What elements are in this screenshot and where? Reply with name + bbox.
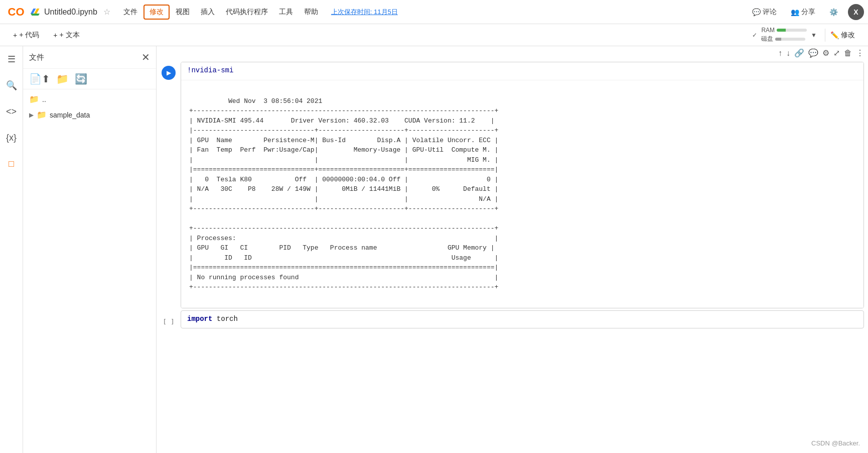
menu-view[interactable]: 视图 xyxy=(171,6,195,19)
cell-run-area: ▶ xyxy=(157,62,181,308)
sidebar-icon-variables[interactable]: {x} xyxy=(3,129,21,147)
edit-right-label: 修改 xyxy=(841,31,855,40)
refresh-icon[interactable]: 🔄 xyxy=(75,73,87,85)
add-text-button[interactable]: + + 文本 xyxy=(48,29,84,42)
file-panel: 文件 ✕ 📄⬆ 📁 🔄 📁 .. ▶ 📁 sample_data xyxy=(23,46,157,453)
ram-bar xyxy=(777,29,807,32)
file-panel-close-button[interactable]: ✕ xyxy=(141,51,150,63)
sidebar-icon-code[interactable]: <> xyxy=(3,102,21,121)
plus-code-icon: + xyxy=(13,31,17,39)
colab-logo[interactable]: CO xyxy=(4,0,28,24)
pencil-icon: ✏️ xyxy=(830,31,839,39)
topbar-right: 💬 评论 👥 分享 ⚙️ X xyxy=(748,4,864,20)
import-keyword: import xyxy=(187,315,212,323)
parent-dir-item[interactable]: 📁 .. xyxy=(23,91,156,107)
ram-label: RAM xyxy=(761,27,775,34)
move-down-icon[interactable]: ↓ xyxy=(786,49,790,58)
cell-2-index: [ ] xyxy=(162,314,176,328)
topbar: CO Untitled0.ipynb ☆ 文件 修改 视图 插入 代码执行程序 … xyxy=(0,0,868,24)
cell-toolbar-top: ↑ ↓ 🔗 💬 ⚙ ⤢ 🗑 ⋮ xyxy=(157,46,868,60)
save-status[interactable]: 上次保存时间: 11月5日 xyxy=(331,8,398,17)
menu-runtime[interactable]: 代码执行程序 xyxy=(221,6,273,19)
drive-icon xyxy=(30,7,40,17)
star-icon[interactable]: ☆ xyxy=(103,7,110,17)
cell-1-output: Wed Nov 3 08:56:04 2021 +---------------… xyxy=(181,80,863,308)
sample-data-label: sample_data xyxy=(50,111,90,119)
settings-cell-icon[interactable]: ⚙ xyxy=(822,48,829,58)
expand-icon[interactable]: ⤢ xyxy=(833,48,840,58)
folder-icon: 📁 xyxy=(37,110,47,120)
menu-file[interactable]: 文件 xyxy=(118,6,142,19)
ram-bar-fill xyxy=(777,29,786,32)
file-panel-header: 文件 ✕ xyxy=(23,46,156,69)
edit-right-button[interactable]: ✏️ 修改 xyxy=(825,29,860,42)
run-button[interactable]: ▶ xyxy=(162,66,176,80)
menu-tools[interactable]: 工具 xyxy=(274,6,298,19)
menu-insert[interactable]: 插入 xyxy=(196,6,220,19)
parent-dir-label: .. xyxy=(42,95,46,103)
icon-sidebar: ☰ 🔍 <> {x} □ xyxy=(0,46,23,453)
file-panel-title: 文件 xyxy=(29,53,44,62)
add-code-label: + 代码 xyxy=(19,31,39,40)
watermark: CSDN @Backer. xyxy=(811,439,860,447)
menu-help[interactable]: 帮助 xyxy=(299,6,323,19)
cell-2-rest: torch xyxy=(212,315,237,323)
cell-1-input[interactable]: !nvidia-smi xyxy=(181,62,863,80)
resource-bar: ✓ RAM 磁盘 ▼ xyxy=(752,27,817,43)
upload-file-icon[interactable]: 📄⬆ xyxy=(29,73,50,85)
resource-dropdown-arrow[interactable]: ▼ xyxy=(811,32,817,39)
sidebar-icon-files[interactable]: □ xyxy=(3,155,21,173)
folder-arrow-icon: ▶ xyxy=(29,111,34,119)
logo-text: CO xyxy=(8,6,25,19)
file-title[interactable]: Untitled0.ipynb xyxy=(44,8,97,17)
sample-data-folder[interactable]: ▶ 📁 sample_data xyxy=(23,107,156,123)
comment-cell-icon[interactable]: 💬 xyxy=(808,48,818,58)
cell-2: [ ] import torch xyxy=(157,310,868,328)
cell-1-content: !nvidia-smi Wed Nov 3 08:56:04 2021 +---… xyxy=(181,62,864,308)
gear-icon: ⚙️ xyxy=(829,8,838,16)
sidebar-icon-search[interactable]: 🔍 xyxy=(3,76,21,94)
cell-2-input[interactable]: import torch xyxy=(181,311,863,327)
cell-1: ▶ !nvidia-smi Wed Nov 3 08:56:04 2021 +-… xyxy=(157,62,868,308)
link-icon[interactable]: 🔗 xyxy=(794,48,804,58)
new-folder-icon[interactable]: 📁 xyxy=(56,73,69,85)
toolbar: + + 代码 + + 文本 ✓ RAM 磁盘 ▼ ✏️ 修改 xyxy=(0,24,868,46)
parent-dir-icon: 📁 xyxy=(29,94,39,104)
disk-bar-fill xyxy=(775,38,781,41)
disk-bar xyxy=(775,38,805,41)
disk-label: 磁盘 xyxy=(761,35,773,43)
menu-edit[interactable]: 修改 xyxy=(143,5,170,20)
comment-label: 评论 xyxy=(763,8,777,17)
file-panel-actions: 📄⬆ 📁 🔄 xyxy=(23,69,156,89)
file-list: 📁 .. ▶ 📁 sample_data xyxy=(23,89,156,125)
move-up-icon[interactable]: ↑ xyxy=(778,49,782,58)
plus-text-icon: + xyxy=(53,31,57,39)
user-avatar[interactable]: X xyxy=(848,4,864,20)
notebook-area[interactable]: ↑ ↓ 🔗 💬 ⚙ ⤢ 🗑 ⋮ ▶ !nvidia-smi Wed Nov 3 … xyxy=(157,46,868,453)
share-icon: 👥 xyxy=(791,8,799,16)
add-code-button[interactable]: + + 代码 xyxy=(8,29,44,42)
main-area: ☰ 🔍 <> {x} □ 文件 ✕ 📄⬆ 📁 🔄 📁 .. ▶ 📁 sample… xyxy=(0,46,868,453)
sidebar-icon-menu[interactable]: ☰ xyxy=(3,50,21,68)
share-label: 分享 xyxy=(801,8,815,17)
cell-1-cmd: !nvidia-smi xyxy=(187,66,233,74)
cell-1-output-text: Wed Nov 3 08:56:04 2021 +---------------… xyxy=(189,97,498,291)
menu-bar: 文件 修改 视图 插入 代码执行程序 工具 帮助 xyxy=(118,5,323,20)
add-text-label: + 文本 xyxy=(59,31,79,40)
comment-button[interactable]: 💬 评论 xyxy=(748,6,781,19)
share-button[interactable]: 👥 分享 xyxy=(787,6,819,19)
settings-button[interactable]: ⚙️ xyxy=(825,6,842,18)
cell-2-run-area: [ ] xyxy=(157,310,181,328)
comment-icon: 💬 xyxy=(752,8,761,16)
file-title-area: Untitled0.ipynb ☆ xyxy=(30,7,110,17)
cell-2-content[interactable]: import torch xyxy=(181,310,864,328)
more-cell-icon[interactable]: ⋮ xyxy=(856,48,864,58)
delete-cell-icon[interactable]: 🗑 xyxy=(844,49,852,58)
